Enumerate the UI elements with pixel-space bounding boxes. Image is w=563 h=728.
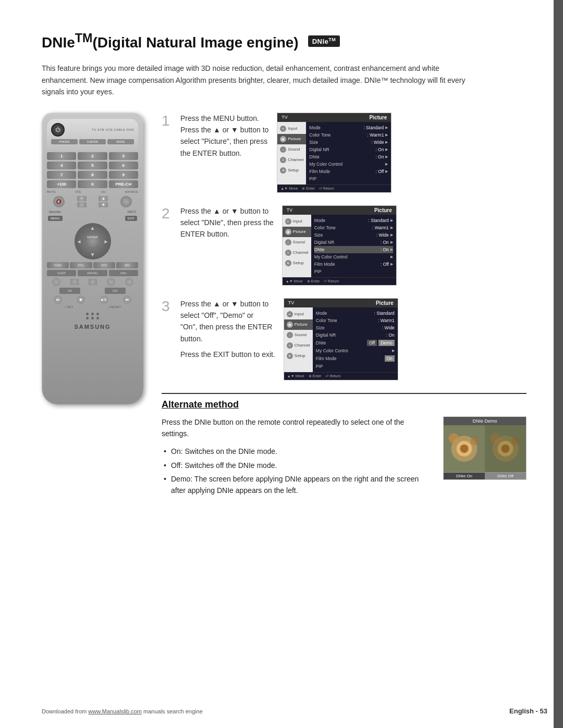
- sidebar-input-3[interactable]: ↵ Input: [284, 309, 313, 319]
- ch-down-btn2[interactable]: [125, 278, 133, 286]
- tv-menu-3-body: ↵ Input ▣ Picture ♪ Soun: [284, 307, 398, 372]
- tv-menu-1-sidebar: ↵ Input ▣ Picture ♪ Soun: [277, 122, 306, 184]
- dnie-button[interactable]: DNIe: [109, 270, 138, 276]
- mts-button[interactable]: MTS: [93, 262, 115, 268]
- btn-plus100[interactable]: +100: [47, 180, 76, 188]
- sidebar-input-1[interactable]: ↵ Input: [277, 124, 306, 134]
- srs-button[interactable]: SRS: [116, 262, 138, 268]
- title-section: DNIeTM(Digital Natural Image engine) DNI…: [42, 31, 527, 51]
- menu-button[interactable]: MENU: [48, 216, 63, 221]
- sidebar-channel-1[interactable]: ≡ Channel: [277, 155, 306, 165]
- sidebar-input-2[interactable]: ↵ Input: [283, 216, 311, 227]
- sleep-button[interactable]: SLEEP: [47, 270, 76, 276]
- demo-option[interactable]: Demo: [378, 340, 395, 346]
- adddel-button[interactable]: ADD/DEL: [78, 270, 107, 276]
- mute-button[interactable]: 🔇: [53, 196, 65, 207]
- nav-up-arrow[interactable]: ▲: [90, 225, 95, 231]
- reset-btn[interactable]: [89, 279, 97, 285]
- sidebar-sound-2[interactable]: ♪ Sound: [283, 237, 311, 248]
- power-button[interactable]: [51, 123, 65, 137]
- rew-button[interactable]: ⏮: [54, 295, 62, 304]
- menu-row-film-2: Film Mode : Off ▶: [314, 261, 393, 268]
- sidebar-picture-1[interactable]: ▣ Picture: [277, 134, 306, 144]
- sidebar-setup-3[interactable]: ⚙ Setup: [284, 351, 313, 361]
- mycolor-value-1: ▶: [385, 162, 388, 166]
- tv-menu-2-main: Mode : Standard ▶ Color Tone : Warm1 ▶ S…: [311, 215, 396, 277]
- btn-3[interactable]: 3: [109, 152, 138, 160]
- btn-4[interactable]: 4: [47, 162, 76, 169]
- btn-7[interactable]: 7: [47, 171, 76, 179]
- btn-2[interactable]: 2: [78, 152, 107, 160]
- btn-prech[interactable]: PRE-CH: [109, 180, 138, 188]
- manualslib-link[interactable]: www.Manualslib.com: [88, 708, 142, 714]
- menu-row-dnie-2: DNIe : On ▶: [314, 246, 393, 253]
- svg-point-9: [501, 445, 510, 453]
- btn-9[interactable]: 9: [109, 171, 138, 179]
- dnie-demo-left: [444, 425, 485, 472]
- step-2-content: Press the ▲ or ▼ button to select "DNIe"…: [180, 205, 527, 286]
- nav-left-arrow[interactable]: ◄: [77, 238, 82, 244]
- svg-point-11: [512, 437, 520, 445]
- footer-move-3: ▲▼ Move: [287, 374, 304, 378]
- tv-menu-2-header: TV Picture: [283, 206, 396, 215]
- sidebar-setup-2[interactable]: ⚙ Setup: [283, 258, 311, 268]
- ch-down[interactable]: ▼: [99, 202, 108, 207]
- step-1-content: Press the MENU button. Press the ▲ or ▼ …: [180, 113, 527, 193]
- exit-button[interactable]: EXIT: [125, 216, 137, 221]
- sidebar-picture-2[interactable]: ▣ Picture: [283, 227, 311, 237]
- sidebar-setup-1[interactable]: ⚙ Setup: [277, 165, 306, 176]
- sidebar-sound-1[interactable]: ♪ Sound: [277, 144, 306, 155]
- size-label-3: Size: [316, 325, 325, 330]
- page-description: This feature brings you more detailed im…: [42, 63, 480, 97]
- ch-up[interactable]: ▲: [99, 196, 108, 201]
- psize-button[interactable]: P.SIZE: [47, 262, 69, 268]
- still-button[interactable]: STILL: [70, 262, 92, 268]
- ff-button[interactable]: ⏭: [123, 295, 131, 304]
- btn-0[interactable]: 0: [78, 180, 107, 188]
- footer-move-2: ▲▼ Move: [286, 279, 303, 283]
- sidebar-channel-3[interactable]: ≡ Channel: [284, 340, 313, 351]
- menu-row-colortone-3: Color Tone : Warm1: [316, 317, 395, 324]
- vol-down[interactable]: -: [77, 202, 87, 207]
- btn-5[interactable]: 5: [78, 162, 107, 169]
- setup-label-3: Setup: [295, 353, 305, 358]
- colortone-label-1: Color Tone: [309, 132, 331, 138]
- page-footer: Downloaded from www.Manualslib.com manua…: [42, 707, 547, 715]
- dot-6: [96, 317, 99, 319]
- btn-1[interactable]: 1: [47, 152, 76, 160]
- stop-button[interactable]: ⏹: [77, 295, 85, 304]
- off-option[interactable]: Off: [367, 340, 377, 346]
- on-button[interactable]: ON: [59, 288, 80, 294]
- s-mode-button[interactable]: S.MODE: [79, 139, 106, 144]
- p-mode-button[interactable]: P.MODE: [51, 139, 78, 144]
- alternate-text: Press the DNIe button on the remote cont…: [162, 416, 433, 499]
- ch-control-row: [47, 278, 138, 286]
- source-button[interactable]: [120, 196, 132, 207]
- page-title: DNIeTM(Digital Natural Image engine): [42, 31, 299, 51]
- menu-row-dnie-1: DNIe : On ▶: [309, 153, 388, 161]
- alternate-content: Press the DNIe button on the remote cont…: [162, 416, 527, 499]
- nav-right-arrow[interactable]: ►: [104, 238, 109, 244]
- nav-down-arrow[interactable]: ▼: [90, 252, 95, 257]
- btn-6[interactable]: 6: [109, 162, 138, 169]
- remote-control: TV STB VCR CABLE DVD P.MODE S.MODE MODE …: [42, 113, 143, 404]
- enter-button[interactable]: ENTER: [87, 236, 99, 247]
- mycolor-value-2: ▶: [390, 255, 393, 259]
- mode-button[interactable]: MODE: [107, 139, 134, 144]
- setup-label-2: Setup: [293, 261, 304, 265]
- picture-label-1: Picture: [369, 115, 387, 120]
- fav-ch-btn[interactable]: [52, 278, 60, 286]
- ff-btn[interactable]: [70, 279, 79, 285]
- on-option[interactable]: On: [385, 355, 395, 362]
- off-button[interactable]: OFF: [105, 288, 126, 294]
- vol-up[interactable]: +: [77, 196, 87, 201]
- sidebar-channel-2[interactable]: ≡ Channel: [283, 248, 311, 258]
- ch-up-btn[interactable]: [107, 278, 115, 286]
- play-pause-button[interactable]: ▶⏸: [100, 295, 108, 304]
- step-3-extra: Press the EXIT button to exit.: [180, 349, 275, 360]
- dnie-value-3: Off Demo: [367, 340, 395, 346]
- btn-8[interactable]: 8: [78, 171, 107, 179]
- sidebar-picture-3[interactable]: ▣ Picture: [284, 319, 313, 330]
- sidebar-sound-3[interactable]: ♪ Sound: [284, 330, 313, 340]
- mode-label-1: Mode: [309, 125, 320, 130]
